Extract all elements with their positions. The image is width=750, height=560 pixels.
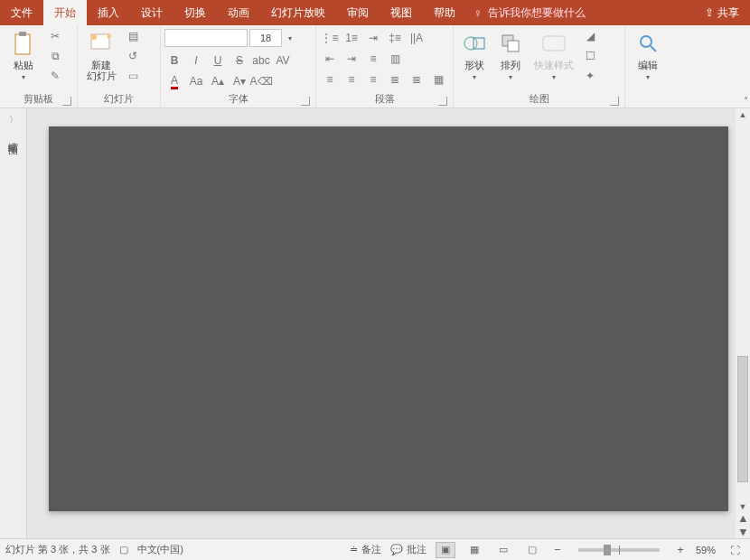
change-case-button[interactable]: Aa bbox=[186, 72, 206, 90]
language-status[interactable]: 中文(中国) bbox=[137, 543, 183, 556]
shapes-button[interactable]: 形状▾ bbox=[457, 27, 492, 89]
copy-button[interactable]: ⧉ bbox=[45, 47, 65, 65]
notes-button[interactable]: ≐备注 bbox=[350, 543, 381, 556]
scroll-up-button[interactable]: ▲ bbox=[739, 108, 747, 121]
distribute-button[interactable]: ≣ bbox=[407, 70, 427, 89]
svg-rect-0 bbox=[15, 34, 30, 54]
justify-button[interactable]: ≣ bbox=[385, 70, 405, 89]
shape-effects-button[interactable]: ✦ bbox=[580, 67, 600, 85]
slide-counter[interactable]: 幻灯片 第 3 张，共 3 张 bbox=[5, 543, 110, 556]
prev-slide-button[interactable]: ⯅ bbox=[739, 513, 747, 526]
zoom-in-button[interactable]: + bbox=[674, 543, 687, 556]
find-icon bbox=[633, 29, 662, 58]
italic-icon: I bbox=[194, 54, 197, 67]
slideshow-view-button[interactable]: ▢ bbox=[522, 542, 542, 558]
quick-styles-button[interactable]: 快速样式▾ bbox=[530, 27, 578, 89]
grow-font-button[interactable]: A▴ bbox=[208, 72, 228, 90]
tab-design[interactable]: 设计 bbox=[130, 0, 173, 25]
cut-button[interactable]: ✂ bbox=[45, 27, 65, 45]
bold-button[interactable]: B bbox=[164, 51, 184, 70]
scroll-track[interactable] bbox=[736, 121, 750, 500]
collapse-ribbon-button[interactable]: ˄ bbox=[744, 96, 748, 106]
sorter-view-button[interactable]: ▦ bbox=[464, 542, 484, 558]
vertical-scrollbar[interactable]: ▲ ▼ ⯅ ⯆ bbox=[736, 108, 750, 538]
zoom-out-button[interactable]: − bbox=[551, 543, 564, 556]
svg-rect-8 bbox=[543, 36, 565, 51]
bullets-button[interactable]: ⋮≡ bbox=[320, 29, 340, 47]
quick-styles-icon bbox=[539, 29, 568, 58]
font-dialog-launcher[interactable] bbox=[301, 97, 310, 106]
font-color-button[interactable]: A bbox=[164, 72, 184, 90]
arrange-button[interactable]: 排列▾ bbox=[493, 27, 528, 89]
tell-me-search[interactable]: ♀ 告诉我你想要做什么 bbox=[473, 0, 586, 25]
group-drawing-label: 绘图 bbox=[530, 93, 549, 104]
format-painter-button[interactable]: ✎ bbox=[45, 67, 65, 85]
increase-indent-button[interactable]: ⇥ bbox=[342, 50, 361, 68]
line-spacing-button[interactable]: ‡≡ bbox=[385, 29, 405, 47]
chevron-down-icon: ▾ bbox=[552, 73, 556, 81]
shape-outline-button[interactable]: ☐ bbox=[580, 47, 600, 65]
columns-button[interactable]: ▥ bbox=[385, 50, 405, 68]
list-level-button[interactable]: ⇥ bbox=[363, 29, 383, 47]
reading-view-button[interactable]: ▭ bbox=[493, 542, 513, 558]
drawing-dialog-launcher[interactable] bbox=[610, 97, 619, 106]
font-size-dropdown[interactable]: ▾ bbox=[284, 29, 296, 47]
clear-format-button[interactable]: A⌫ bbox=[251, 72, 271, 90]
section-button[interactable]: ▭ bbox=[123, 67, 143, 85]
scroll-down-button[interactable]: ▼ bbox=[739, 500, 747, 513]
normal-view-button[interactable]: ▣ bbox=[436, 542, 455, 558]
expand-thumbnails-button[interactable]: 〉 bbox=[9, 114, 18, 126]
shadow-button[interactable]: abc bbox=[251, 51, 271, 70]
tab-file[interactable]: 文件 bbox=[0, 0, 43, 25]
tab-view[interactable]: 视图 bbox=[380, 0, 423, 25]
char-spacing-button[interactable]: AV bbox=[273, 51, 293, 70]
layout-button[interactable]: ▤ bbox=[123, 27, 143, 45]
thumbnails-label[interactable]: 缩略图 bbox=[6, 134, 20, 139]
spellcheck-status[interactable]: ▢ bbox=[119, 544, 128, 555]
tab-home[interactable]: 开始 bbox=[43, 0, 87, 25]
shrink-font-button[interactable]: A▾ bbox=[230, 72, 249, 90]
reset-button[interactable]: ↺ bbox=[123, 47, 143, 65]
zoom-slider[interactable] bbox=[578, 548, 660, 552]
tab-help[interactable]: 帮助 bbox=[423, 0, 466, 25]
align-right-button[interactable]: ≡ bbox=[363, 70, 383, 89]
slide-editor[interactable] bbox=[27, 108, 750, 538]
clipboard-dialog-launcher[interactable] bbox=[62, 97, 71, 106]
smartart-button[interactable]: ▦ bbox=[428, 70, 448, 89]
strikethrough-button[interactable]: S bbox=[230, 51, 249, 70]
paste-button[interactable]: 粘贴▾ bbox=[4, 27, 43, 89]
align-text-button[interactable]: ≡ bbox=[363, 50, 383, 68]
italic-button[interactable]: I bbox=[186, 51, 206, 70]
group-editing-label bbox=[629, 91, 667, 107]
tab-transitions[interactable]: 切换 bbox=[173, 0, 217, 25]
zoom-handle[interactable] bbox=[604, 545, 611, 555]
zoom-percent[interactable]: 59% bbox=[696, 545, 716, 555]
fit-window-button[interactable]: ⛶ bbox=[725, 542, 745, 558]
numbering-button[interactable]: 1≡ bbox=[342, 29, 361, 47]
font-name-combo[interactable] bbox=[164, 29, 248, 47]
group-paragraph: ⋮≡ 1≡ ⇥ ‡≡ ||A ⇤ ⇥ ≡ ▥ ≡ ≡ ≡ ≣ ≣ ▦ 段落 bbox=[316, 25, 454, 107]
tab-animations[interactable]: 动画 bbox=[217, 0, 260, 25]
font-size-combo[interactable] bbox=[249, 29, 282, 47]
shape-fill-button[interactable]: ◢ bbox=[580, 27, 600, 45]
tab-bar: 文件 开始 插入 设计 切换 动画 幻灯片放映 审阅 视图 帮助 ♀ 告诉我你想… bbox=[0, 0, 750, 25]
align-left-button[interactable]: ≡ bbox=[320, 70, 340, 89]
group-clipboard-label: 剪贴板 bbox=[23, 93, 53, 104]
decrease-indent-button[interactable]: ⇤ bbox=[320, 50, 340, 68]
slide-canvas[interactable] bbox=[49, 126, 728, 511]
tab-slideshow[interactable]: 幻灯片放映 bbox=[260, 0, 336, 25]
paragraph-dialog-launcher[interactable] bbox=[438, 97, 447, 106]
book-icon: ▢ bbox=[119, 544, 128, 555]
share-button[interactable]: ⇪ 共享 bbox=[694, 0, 750, 25]
tab-review[interactable]: 审阅 bbox=[336, 0, 380, 25]
comments-button[interactable]: 💬批注 bbox=[390, 543, 427, 556]
tab-insert[interactable]: 插入 bbox=[87, 0, 130, 25]
new-slide-button[interactable]: 新建 幻灯片 bbox=[81, 27, 121, 89]
underline-button[interactable]: U bbox=[208, 51, 228, 70]
editing-button[interactable]: 编辑▾ bbox=[629, 27, 667, 89]
scroll-thumb[interactable] bbox=[737, 356, 748, 482]
text-direction-button[interactable]: ||A bbox=[407, 29, 427, 47]
align-center-button[interactable]: ≡ bbox=[342, 70, 361, 89]
bullets-icon: ⋮≡ bbox=[321, 32, 338, 44]
next-slide-button[interactable]: ⯆ bbox=[739, 526, 747, 538]
